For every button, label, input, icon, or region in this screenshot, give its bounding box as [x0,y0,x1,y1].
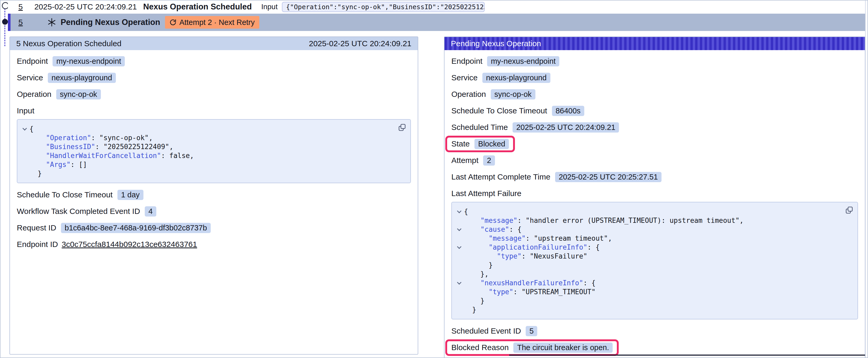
code-gutter [20,151,29,160]
code-text: "Operation": "sync-op-ok", [29,133,153,142]
field-row-scheduled-time: Scheduled Time2025-02-25 UTC 20:24:09.21 [451,122,858,133]
code-text: "BusinessID": "20250225122409", [29,142,174,151]
field-value-badge: 5 [526,326,537,336]
code-gutter [20,160,29,169]
next-section-divider [509,355,865,356]
retry-badge-label: Attempt 2 · Next Retry [180,18,255,27]
code-line: "cause": { [455,225,851,234]
chevron-down-icon[interactable] [455,279,464,287]
field-label-schedule-to-close-timeout: Schedule To Close Timeout [451,106,547,115]
event-input-preview-badge: {"Operation":"sync-op-ok","BusinessID":"… [282,2,485,12]
copy-icon[interactable] [845,206,853,214]
chevron-down-icon[interactable] [455,207,464,216]
code-gutter [20,169,29,178]
field-value-badge: sync-op-ok [491,89,535,99]
code-text: "nexusHandlerFailureInfo": { [464,279,595,287]
code-line: { [455,207,851,216]
field-label-request-id: Request ID [17,223,56,232]
code-line: "message": "upstream timeout", [455,234,851,243]
code-text: "Args": [] [29,160,87,169]
event-row-pending-nexus-operation[interactable]: 5 Pending Nexus Operation Attempt 2 · Ne… [8,14,865,31]
field-value-badge: 2025-02-25 UTC 20:25:27.51 [555,172,661,182]
scrollbar-track[interactable] [865,0,868,358]
panel-right-title: Pending Nexus Operation [451,39,541,48]
code-text: "type": "UPSTREAM_TIMEOUT" [464,287,595,296]
code-line: } [455,305,851,314]
panel-left-title: 5 Nexus Operation Scheduled [16,39,121,48]
code-gutter [455,305,464,314]
field-row-scheduled-event-id: Scheduled Event ID5 [451,326,858,336]
panel-left-timestamp: 2025-02-25 UTC 20:24:09.21 [309,39,411,48]
field-value-badge: 4 [145,206,156,217]
code-text: "HandlerWaitForCancellation": false, [29,151,194,160]
code-block-last-attempt-failure: { "message": "handler error (UPSTREAM_TI… [451,202,858,319]
field-value-link[interactable]: 3c0c75ccfa8144b092c13ce632463761 [62,240,197,249]
field-row-service: Servicenexus-playground [17,72,411,83]
field-row-endpoint-id: Endpoint ID3c0c75ccfa8144b092c13ce632463… [17,239,411,250]
code-text: } [464,261,493,269]
chevron-down-icon[interactable] [455,243,464,252]
panel-nexus-operation-scheduled: 5 Nexus Operation Scheduled 2025-02-25 U… [9,36,418,355]
field-label-attempt: Attempt [451,156,478,165]
code-text: "message": "handler error (UPSTREAM_TIME… [464,216,743,225]
field-label-service: Service [17,73,43,82]
field-row-service: Servicenexus-playground [451,72,858,83]
field-value-badge: 2025-02-25 UTC 20:24:09.21 [513,122,619,133]
code-line: "message": "handler error (UPSTREAM_TIME… [455,216,851,225]
code-gutter [455,261,464,269]
field-row-workflow-task-completed-event-id: Workflow Task Completed Event ID4 [17,206,411,217]
field-value-badge: my-nexus-endpoint [53,56,125,66]
field-value-badge: nexus-playground [482,73,550,83]
code-line: "BusinessID": "20250225122409", [20,142,404,151]
code-text: "cause": { [464,225,522,234]
field-label-last-attempt-failure: Last Attempt Failure [451,188,858,199]
field-row-request-id: Request IDb1c6a4bc-8ee7-468a-9169-df3b02… [17,223,411,233]
code-text: { [464,207,468,216]
field-value-badge: 2 [483,155,495,166]
code-line: } [20,169,404,178]
field-row-endpoint: Endpointmy-nexus-endpoint [451,56,858,66]
field-label-scheduled-time: Scheduled Time [451,123,508,132]
event-timeline [0,0,8,58]
panel-left-body: Endpointmy-nexus-endpointServicenexus-pl… [10,50,418,261]
code-gutter [455,287,464,296]
field-value-badge: Blocked [474,139,509,149]
event-input-label: Input [261,3,277,11]
field-value-badge: 86400s [552,106,584,116]
code-line: "type": "NexusFailure" [455,252,851,261]
code-line: "Operation": "sync-op-ok", [20,133,404,142]
field-row-schedule-to-close-timeout: Schedule To Close Timeout1 day [17,190,411,200]
pending-event-id-link[interactable]: 5 [19,18,23,27]
chevron-down-icon[interactable] [20,124,29,133]
field-label-workflow-task-completed-event-id: Workflow Task Completed Event ID [17,207,140,216]
pending-asterisk-icon [47,18,57,27]
panel-right-header[interactable]: Pending Nexus Operation [444,37,865,50]
field-label-scheduled-event-id: Scheduled Event ID [451,326,521,335]
field-label-state: State [451,139,470,148]
field-value-badge: sync-op-ok [56,89,101,99]
retry-status-badge: Attempt 2 · Next Retry [165,16,259,29]
event-id-link[interactable]: 5 [19,2,23,11]
field-label-blocked-reason: Blocked Reason [451,343,508,352]
field-label-operation: Operation [17,90,52,99]
code-line: { [20,124,404,133]
event-row-nexus-operation-scheduled[interactable]: 5 2025-02-25 UTC 20:24:09.21 Nexus Opera… [8,0,865,14]
panel-right-body: Endpointmy-nexus-endpointServicenexus-pl… [444,50,865,358]
field-row-state: StateBlocked [451,138,858,149]
field-row-blocked-reason: Blocked ReasonThe circuit breaker is ope… [451,342,858,353]
chevron-down-icon[interactable] [455,225,464,234]
code-gutter [455,269,464,279]
code-line: } [455,261,851,269]
code-gutter [20,133,29,142]
event-timestamp: 2025-02-25 UTC 20:24:09.21 [34,2,137,11]
field-label-service: Service [451,73,477,82]
field-label-endpoint: Endpoint [17,57,48,66]
copy-icon[interactable] [398,123,406,131]
field-row-last-attempt-complete-time: Last Attempt Complete Time2025-02-25 UTC… [451,172,858,182]
field-row-attempt: Attempt2 [451,155,858,166]
code-gutter [455,296,464,305]
field-value-badge: 1 day [118,190,144,200]
field-label-endpoint-id: Endpoint ID [17,240,58,249]
panel-left-header[interactable]: 5 Nexus Operation Scheduled 2025-02-25 U… [10,37,418,50]
field-row-operation: Operationsync-op-ok [451,89,858,99]
